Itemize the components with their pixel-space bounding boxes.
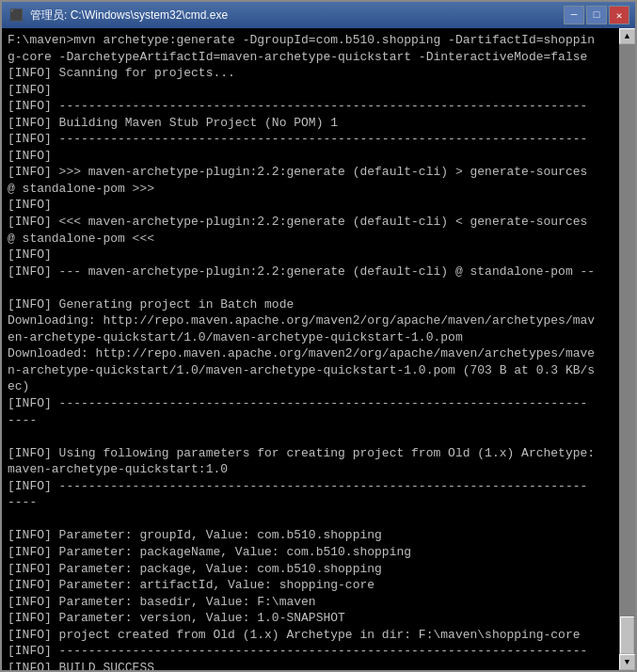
scroll-track[interactable] bbox=[619, 44, 635, 654]
close-button[interactable]: ✕ bbox=[609, 6, 629, 24]
title-bar: ⬛ 管理员: C:\Windows\system32\cmd.exe ─ □ ✕ bbox=[2, 2, 635, 28]
title-bar-buttons: ─ □ ✕ bbox=[564, 6, 629, 24]
maximize-button[interactable]: □ bbox=[586, 6, 607, 24]
terminal-area: F:\maven>mvn archetype:generate -DgroupI… bbox=[2, 28, 635, 670]
title-bar-text: 管理员: C:\Windows\system32\cmd.exe bbox=[30, 8, 564, 24]
scrollbar[interactable]: ▲ ▼ bbox=[619, 28, 635, 670]
cmd-window: ⬛ 管理员: C:\Windows\system32\cmd.exe ─ □ ✕… bbox=[0, 0, 637, 672]
terminal-content[interactable]: F:\maven>mvn archetype:generate -DgroupI… bbox=[2, 28, 619, 670]
scroll-down-arrow[interactable]: ▼ bbox=[619, 654, 635, 670]
scroll-up-arrow[interactable]: ▲ bbox=[619, 28, 635, 44]
window-icon: ⬛ bbox=[8, 7, 24, 24]
scroll-thumb[interactable] bbox=[620, 616, 634, 654]
minimize-button[interactable]: ─ bbox=[564, 6, 584, 24]
